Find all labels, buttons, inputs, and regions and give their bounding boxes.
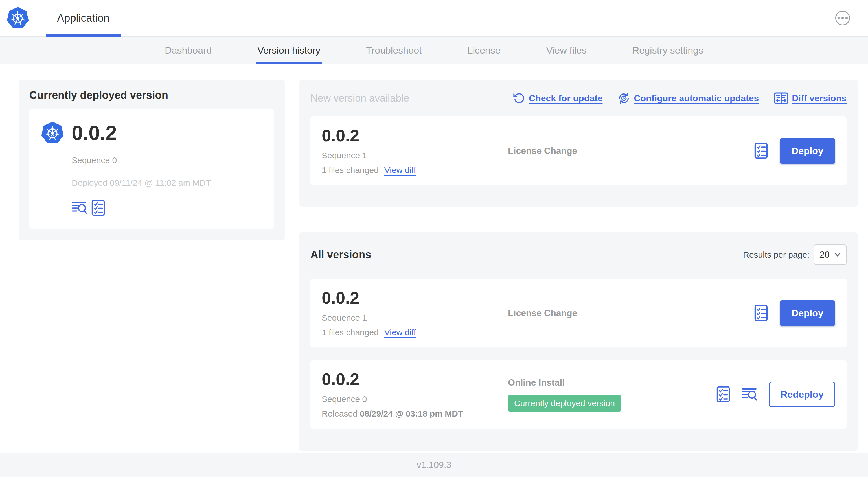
checklist-icon	[716, 386, 730, 403]
new-version-section-title: New version available	[310, 92, 409, 104]
kubernetes-app-icon	[41, 121, 64, 145]
view-logs-button[interactable]	[72, 201, 87, 214]
deploy-button[interactable]: Deploy	[780, 138, 835, 164]
tab-version-history[interactable]: Version history	[256, 37, 322, 64]
configure-automatic-updates-link[interactable]: Configure automatic updates	[618, 92, 759, 105]
currently-deployed-title: Currently deployed version	[29, 89, 274, 101]
version-row: 0.0.2 Sequence 1 1 files changed View di…	[310, 278, 846, 348]
new-version-section: New version available Check for update C…	[299, 80, 858, 207]
checklist-icon	[754, 305, 768, 321]
view-diff-link[interactable]: View diff	[384, 328, 416, 337]
released-timestamp: Released 08/29/24 @ 03:18 pm MDT	[322, 409, 508, 419]
kubernetes-logo-icon	[6, 6, 29, 30]
checklist-icon	[91, 200, 105, 216]
check-for-update-label: Check for update	[529, 93, 602, 103]
diff-versions-label: Diff versions	[792, 93, 846, 103]
logs-icon	[72, 201, 87, 214]
deploy-button[interactable]: Deploy	[780, 300, 835, 326]
results-per-page-value: 20	[819, 249, 830, 260]
preflight-checks-button[interactable]	[91, 200, 105, 216]
all-versions-title: All versions	[310, 249, 371, 261]
files-changed-label: 1 files changed	[322, 166, 379, 175]
tab-troubleshoot[interactable]: Troubleshoot	[364, 37, 423, 64]
app-header: Application	[0, 0, 868, 37]
logs-icon	[742, 388, 757, 401]
checklist-icon	[754, 143, 768, 159]
files-changed-label: 1 files changed	[322, 328, 379, 337]
configure-automatic-updates-label: Configure automatic updates	[634, 93, 759, 103]
tab-view-files[interactable]: View files	[545, 37, 588, 64]
currently-deployed-panel: Currently deployed version 0.0.2 Sequenc…	[19, 80, 285, 240]
released-date: 08/29/24 @ 03:18 pm MDT	[360, 409, 463, 418]
sequence-label: Sequence 1	[322, 313, 508, 323]
tab-dashboard[interactable]: Dashboard	[163, 37, 213, 64]
application-tab-label: Application	[57, 12, 110, 24]
deployed-timestamp: Deployed 09/11/24 @ 11:02 am MDT	[72, 178, 263, 188]
diff-versions-link[interactable]: Diff versions	[774, 92, 846, 105]
sequence-label: Sequence 0	[322, 394, 508, 404]
version-row: 0.0.2 Sequence 0 Released 08/29/24 @ 03:…	[310, 360, 846, 429]
deployed-version-number: 0.0.2	[72, 121, 117, 145]
view-diff-link[interactable]: View diff	[384, 166, 416, 175]
preflight-checks-button[interactable]	[754, 305, 768, 321]
deployed-sequence-label: Sequence 0	[72, 155, 263, 165]
results-per-page-label: Results per page:	[743, 250, 809, 260]
preflight-checks-button[interactable]	[754, 143, 768, 159]
app-subnav: Dashboard Version history Troubleshoot L…	[0, 37, 868, 64]
refresh-icon	[513, 92, 525, 104]
sequence-label: Sequence 1	[322, 151, 508, 160]
currently-deployed-badge: Currently deployed version	[508, 395, 621, 412]
tab-application[interactable]: Application	[46, 0, 121, 36]
results-per-page-select[interactable]: 20	[814, 244, 846, 265]
version-number: 0.0.2	[322, 370, 508, 389]
diff-columns-icon	[774, 92, 788, 105]
version-source-label: License Change	[508, 308, 746, 318]
app-footer: v1.109.3	[0, 453, 868, 477]
version-number: 0.0.2	[322, 289, 508, 307]
more-options-button[interactable]	[835, 11, 850, 25]
ellipsis-icon	[838, 17, 848, 19]
currently-deployed-card: 0.0.2 Sequence 0 Deployed 09/11/24 @ 11:…	[29, 109, 274, 229]
redeploy-button[interactable]: Redeploy	[769, 382, 835, 407]
preflight-checks-button[interactable]	[716, 386, 730, 403]
tab-license[interactable]: License	[466, 37, 502, 64]
version-number: 0.0.2	[322, 126, 508, 145]
new-version-row: 0.0.2 Sequence 1 1 files changed View di…	[310, 116, 846, 185]
console-version-label: v1.109.3	[417, 460, 452, 470]
version-source-label: License Change	[508, 146, 746, 156]
tab-registry-settings[interactable]: Registry settings	[631, 37, 705, 64]
chevron-down-icon	[834, 252, 841, 257]
released-prefix: Released	[322, 409, 358, 418]
clock-refresh-icon	[618, 92, 630, 105]
main-content: Currently deployed version 0.0.2 Sequenc…	[0, 64, 868, 453]
view-logs-button[interactable]	[742, 388, 757, 401]
check-for-update-link[interactable]: Check for update	[513, 92, 602, 104]
all-versions-section: All versions Results per page: 20 0.0.2 …	[299, 232, 858, 451]
version-source-label: Online Install	[508, 377, 708, 388]
